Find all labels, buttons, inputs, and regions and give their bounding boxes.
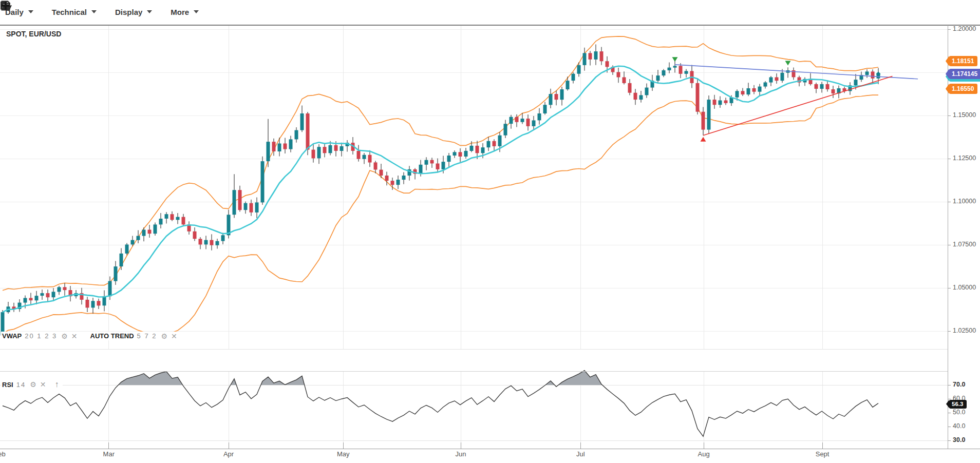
settings-gear-icon[interactable]: ⚙ (161, 333, 168, 340)
price-tick-label: 1.02500 (953, 327, 976, 334)
rsi-tick-label: 70.0 (953, 381, 965, 388)
indicator-rsi-params: 14 (16, 381, 26, 389)
price-tick-label: 1.15000 (953, 111, 976, 119)
price-tick-label: 1.05000 (953, 284, 976, 291)
move-panel-up-icon[interactable]: ↑ (54, 380, 59, 389)
time-tick-label: Feb (0, 450, 6, 458)
time-tick-label: Apr (223, 450, 234, 458)
indicator-autotrend-name: AUTO TREND (90, 332, 134, 340)
rsi-tick-label: 30.0 (953, 436, 965, 443)
plus-icon (0, 0, 11, 11)
chevron-down-icon (28, 10, 33, 13)
time-tick-label: Aug (698, 450, 710, 458)
settings-gear-icon[interactable]: ⚙ (30, 381, 36, 388)
indicator-autotrend-params: 5 7 2 (137, 332, 157, 340)
close-icon[interactable]: ✕ (71, 333, 78, 340)
rsi-header: RSI 14 ⚙ ✕ ↑ (1, 380, 63, 389)
indicator-vwap-name: VWAP (2, 332, 22, 340)
close-icon[interactable]: ✕ (40, 381, 46, 388)
rsi-tick-label: 50.0 (953, 409, 965, 416)
chevron-down-icon (194, 10, 199, 13)
menu-display-label: Display (115, 8, 142, 16)
settings-gear-icon[interactable]: ⚙ (61, 333, 68, 340)
lower-band-tag: 1.16550 (949, 84, 977, 94)
indicator-legend: VWAP 20 1 2 3 ⚙ ✕ AUTO TREND 5 7 2 ⚙ ✕ (1, 332, 185, 340)
chevron-down-icon (147, 10, 152, 13)
rsi-tick-label: 40.0 (953, 422, 965, 430)
toolbar: Daily Technical Display More (0, 0, 980, 24)
rsi-value-tag: 56.3 (949, 400, 967, 409)
time-tick-label: Jul (576, 450, 585, 458)
symbol-label: SPOT, EUR/USD (6, 30, 61, 38)
menu-technical[interactable]: Technical (52, 8, 97, 16)
chevron-down-icon (91, 10, 97, 13)
time-tick-label: Jun (456, 450, 466, 458)
trading-chart-window: 1.200001.175001.150001.125001.100001.075… (0, 0, 980, 463)
indicator-vwap-params: 20 1 2 3 (25, 332, 57, 340)
time-tick-label: May (337, 450, 350, 458)
close-icon[interactable]: ✕ (171, 333, 177, 340)
menu-technical-label: Technical (52, 8, 87, 16)
price-tick-label: 1.20000 (953, 25, 976, 32)
menu-display[interactable]: Display (115, 8, 152, 16)
menu-more-label: More (171, 8, 189, 16)
time-tick-label: Mar (103, 450, 115, 458)
time-tick-label: Sept (816, 450, 830, 458)
price-tick-label: 1.10000 (953, 198, 976, 205)
chart-canvas[interactable] (0, 0, 980, 463)
price-tick-label: 1.07500 (953, 241, 976, 248)
menu-more[interactable]: More (171, 8, 199, 16)
price-tick-label: 1.12500 (953, 155, 976, 162)
upper-band-tag: 1.18151 (949, 56, 977, 66)
indicator-rsi-name: RSI (2, 381, 13, 389)
current-price-tag: 1.174145 (949, 69, 980, 79)
